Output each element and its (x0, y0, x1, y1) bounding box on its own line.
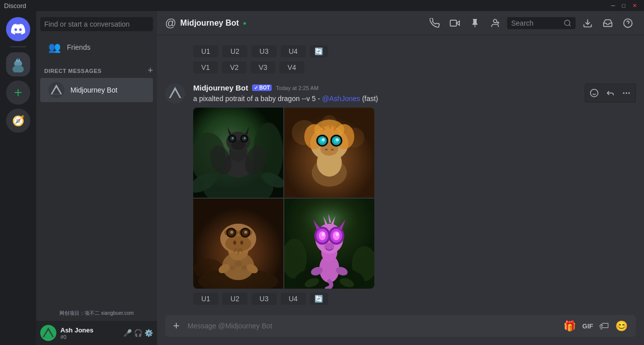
user-settings-button[interactable]: ⚙️ (144, 329, 153, 337)
svg-point-37 (238, 142, 243, 145)
app-title: Discord (4, 2, 26, 10)
reply-button[interactable] (603, 86, 617, 100)
search-bar[interactable]: Search (507, 17, 576, 29)
dm-section-label: DIRECT MESSAGES (44, 68, 102, 74)
input-icons: 🎁 GIF 🏷 😊 (564, 320, 628, 332)
svg-point-81 (244, 231, 247, 234)
refresh-button-top[interactable]: 🔄 (310, 45, 328, 57)
mention-link[interactable]: @AshJones (322, 95, 360, 103)
v2-button-top[interactable]: V2 (222, 61, 247, 73)
refresh-button-bottom[interactable]: 🔄 (310, 293, 328, 305)
channel-header: @ Midjourney Bot ● (157, 11, 644, 35)
svg-point-107 (333, 231, 340, 240)
maximize-button[interactable]: □ (619, 3, 628, 9)
u1-button-top[interactable]: U1 (193, 45, 218, 57)
gift-icon-button[interactable]: 🎁 (564, 320, 576, 332)
help-button[interactable] (620, 15, 636, 31)
user-deafen-button[interactable]: 🎧 (134, 329, 142, 337)
svg-marker-8 (456, 21, 459, 25)
explore-servers-button[interactable]: 🧭 (6, 109, 30, 133)
user-area: Ash Jones #0 🎤 🎧 ⚙️ (36, 321, 157, 345)
u2-button-bottom[interactable]: U2 (222, 293, 248, 305)
channel-status-icon: ● (243, 20, 247, 27)
bot-badge: ✓ BOT (252, 84, 272, 91)
server-sidebar: + 🧭 (0, 11, 36, 345)
inbox-button[interactable] (600, 15, 616, 31)
message-author: Midjourney Bot (193, 83, 248, 92)
titlebar: Discord ─ □ ✕ (0, 0, 644, 11)
upscale-button-row-top: U1 U2 U3 U4 🔄 (193, 45, 636, 57)
u4-button-bottom[interactable]: U4 (281, 293, 306, 305)
message-input[interactable] (188, 316, 555, 335)
svg-point-121 (623, 93, 624, 94)
app-container: + 🧭 👥 Friends DIRECT MESSAGES + (0, 11, 644, 345)
friends-icon: 👥 (48, 41, 61, 53)
pin-button[interactable] (467, 15, 483, 31)
dragon-image-1[interactable] (193, 108, 283, 198)
u4-button-top[interactable]: U4 (281, 45, 306, 57)
minimize-button[interactable]: ─ (608, 3, 618, 9)
upscale-button-row-bottom: U1 U2 U3 U4 🔄 (193, 293, 636, 305)
u1-button-bottom[interactable]: U1 (193, 293, 218, 305)
server-icon-1[interactable] (6, 52, 30, 76)
svg-point-118 (591, 90, 598, 97)
v3-button-top[interactable]: V3 (251, 61, 275, 73)
svg-point-109 (336, 232, 339, 236)
svg-point-60 (322, 138, 325, 141)
v4-button-top[interactable]: V4 (279, 61, 304, 73)
gif-button[interactable]: GIF (582, 322, 593, 330)
more-options-button[interactable] (619, 86, 633, 100)
v1-button-top[interactable]: V1 (193, 61, 218, 73)
sticker-button[interactable]: 🏷 (599, 320, 609, 332)
main-content: @ Midjourney Bot ● (157, 11, 644, 345)
svg-point-106 (319, 231, 326, 240)
svg-point-32 (232, 137, 234, 139)
svg-point-89 (241, 266, 247, 271)
message-text: a pixalted potrait of a baby dragon --v … (193, 94, 636, 104)
previous-message-buttons: U1 U2 U3 U4 🔄 V1 V2 V3 V4 (157, 43, 644, 75)
svg-point-87 (234, 261, 243, 267)
discord-home-button[interactable] (6, 17, 30, 41)
dm-section-header: DIRECT MESSAGES + (36, 57, 157, 78)
svg-point-1 (13, 65, 24, 72)
u2-button-top[interactable]: U2 (222, 45, 248, 57)
svg-point-36 (234, 142, 238, 145)
download-button[interactable] (580, 15, 596, 31)
video-call-button[interactable] (447, 15, 463, 31)
attach-file-button[interactable]: + (173, 319, 180, 332)
u3-button-top[interactable]: U3 (252, 45, 277, 57)
dragon-image-2[interactable] (284, 108, 374, 198)
user-mute-button[interactable]: 🎤 (123, 329, 132, 337)
react-button[interactable] (587, 86, 601, 100)
username-display: Ash Jones (60, 326, 94, 334)
u3-button-bottom[interactable]: U3 (252, 293, 277, 305)
dm-search-area (36, 11, 157, 37)
friends-nav-item[interactable]: 👥 Friends (40, 37, 153, 57)
voice-call-button[interactable] (427, 15, 443, 31)
add-server-button[interactable]: + (6, 80, 30, 105)
channel-name: Midjourney Bot (180, 19, 238, 28)
user-avatar (40, 325, 56, 341)
channel-header-left: @ Midjourney Bot ● (165, 17, 247, 30)
dm-sidebar: 👥 Friends DIRECT MESSAGES + Midjourney B… (36, 11, 157, 345)
find-conversation-input[interactable] (40, 17, 153, 31)
emoji-button[interactable]: 😊 (615, 320, 628, 332)
svg-point-63 (331, 149, 334, 151)
dm-item-midjourney[interactable]: Midjourney Bot (40, 78, 153, 102)
search-icon (564, 19, 572, 27)
message-group-main: Midjourney Bot ✓ BOT Today at 2:25 AM a … (157, 81, 644, 307)
channel-header-right: Search (427, 15, 636, 31)
svg-point-13 (565, 20, 570, 26)
message-actions (585, 83, 636, 103)
close-button[interactable]: ✕ (629, 3, 640, 9)
svg-point-108 (322, 232, 325, 236)
add-friend-button[interactable] (487, 15, 503, 31)
message-input-area: + 🎁 GIF 🏷 😊 (157, 315, 644, 345)
dragon-image-3[interactable] (193, 199, 283, 289)
dragon-image-4[interactable] (284, 199, 374, 289)
svg-line-14 (569, 25, 571, 26)
svg-point-62 (325, 149, 328, 151)
add-dm-button[interactable]: + (147, 65, 153, 76)
message-header: Midjourney Bot ✓ BOT Today at 2:25 AM (193, 83, 636, 92)
midjourney-bot-avatar (48, 82, 64, 98)
